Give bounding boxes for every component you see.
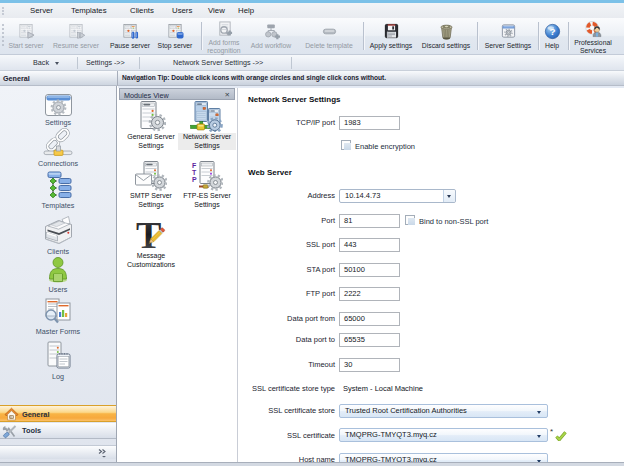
svg-text:?: ?: [549, 26, 555, 37]
svg-text:P: P: [192, 176, 197, 183]
svg-text:F: F: [192, 162, 197, 169]
svg-text:T: T: [192, 169, 197, 176]
